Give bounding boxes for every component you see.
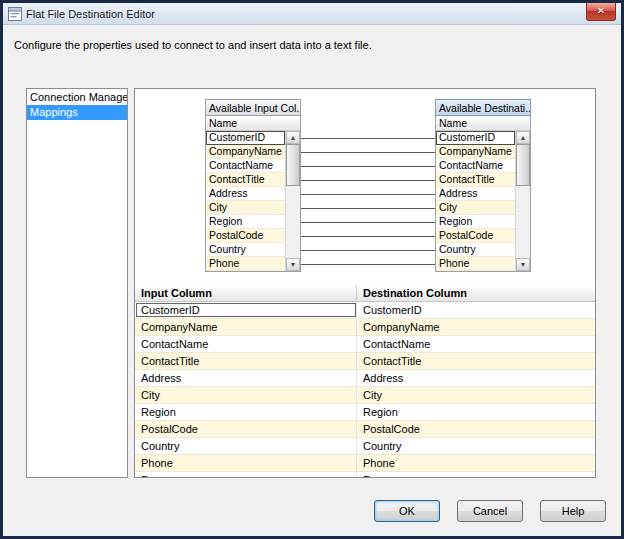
mapping-grid: Input Column Destination Column Customer… <box>135 285 595 477</box>
column-item[interactable]: ContactTitle <box>206 173 285 187</box>
scroll-up-icon[interactable]: ▲ <box>286 131 300 144</box>
input-box-name-header: Name <box>206 116 300 131</box>
grid-row: RegionRegion <box>135 404 595 421</box>
title-bar[interactable]: Flat File Destination Editor ✕ <box>3 3 621 25</box>
mapping-connector-line[interactable] <box>301 180 435 181</box>
column-item[interactable]: CustomerID <box>436 131 515 145</box>
mapping-connector-line[interactable] <box>301 250 435 251</box>
close-button[interactable]: ✕ <box>586 3 616 21</box>
mapping-connector-line[interactable] <box>301 194 435 195</box>
nav-item-connection-manager[interactable]: Connection Manager <box>27 90 127 105</box>
input-box-body: Name CustomerIDCompanyNameContactNameCon… <box>205 116 301 272</box>
column-item[interactable]: Address <box>436 187 515 201</box>
cancel-button[interactable]: Cancel <box>457 500 523 522</box>
scrollbar-thumb[interactable] <box>286 144 300 186</box>
column-item[interactable]: ContactTitle <box>436 173 515 187</box>
available-destination-columns-box[interactable]: Available Destinati... Name CustomerIDCo… <box>435 99 531 272</box>
grid-row: CityCity <box>135 387 595 404</box>
destination-box-title: Available Destinati... <box>435 99 531 116</box>
ok-button[interactable]: OK <box>374 500 440 522</box>
mapping-connector-line[interactable] <box>301 208 435 209</box>
column-item[interactable]: Phone <box>436 257 515 271</box>
grid-header-destination-column: Destination Column <box>357 285 595 302</box>
grid-cell-input-column[interactable]: CompanyName <box>135 319 357 335</box>
mapping-connector-line[interactable] <box>301 138 435 139</box>
mapping-canvas: Available Input Col... Name CustomerIDCo… <box>135 89 595 285</box>
dialog-description: Configure the properties used to connect… <box>14 39 372 51</box>
column-item[interactable]: CustomerID <box>206 131 285 145</box>
grid-row: FaxFax <box>135 472 595 477</box>
scroll-down-icon[interactable]: ▼ <box>516 258 530 271</box>
available-input-columns-box[interactable]: Available Input Col... Name CustomerIDCo… <box>205 99 301 272</box>
grid-cell-destination-column[interactable]: Fax <box>357 472 595 477</box>
grid-cell-destination-column[interactable]: ContactTitle <box>357 353 595 369</box>
destination-box-body: Name CustomerIDCompanyNameContactNameCon… <box>435 116 531 272</box>
column-item[interactable]: PostalCode <box>206 229 285 243</box>
input-box-title: Available Input Col... <box>205 99 301 116</box>
grid-cell-input-column[interactable]: Phone <box>135 455 357 471</box>
grid-cell-input-column[interactable]: ContactName <box>135 336 357 352</box>
grid-cell-destination-column[interactable]: ContactName <box>357 336 595 352</box>
column-item[interactable]: Country <box>206 243 285 257</box>
grid-cell-input-column[interactable]: PostalCode <box>135 421 357 437</box>
grid-row: PostalCodePostalCode <box>135 421 595 438</box>
column-item[interactable]: ContactName <box>206 159 285 173</box>
scroll-down-icon[interactable]: ▼ <box>286 258 300 271</box>
mapping-connector-line[interactable] <box>301 236 435 237</box>
grid-header-input-column: Input Column <box>135 285 357 302</box>
grid-cell-input-column[interactable]: City <box>135 387 357 403</box>
grid-cell-destination-column[interactable]: PostalCode <box>357 421 595 437</box>
input-box-scrollbar[interactable]: ▲ ▼ <box>285 131 300 271</box>
grid-cell-destination-column[interactable]: City <box>357 387 595 403</box>
column-item[interactable]: CompanyName <box>206 145 285 159</box>
destination-box-scrollbar[interactable]: ▲ ▼ <box>515 131 530 271</box>
grid-header-row: Input Column Destination Column <box>135 285 595 302</box>
grid-cell-input-column[interactable]: CustomerID <box>135 302 357 318</box>
grid-cell-input-column[interactable]: Fax <box>135 472 357 477</box>
grid-row: CompanyNameCompanyName <box>135 319 595 336</box>
grid-cell-input-column[interactable]: Country <box>135 438 357 454</box>
grid-cell-destination-column[interactable]: Country <box>357 438 595 454</box>
column-item[interactable]: Region <box>436 215 515 229</box>
grid-cell-destination-column[interactable]: CustomerID <box>357 302 595 318</box>
nav-item-mappings[interactable]: Mappings <box>27 105 127 120</box>
grid-cell-input-column[interactable]: Address <box>135 370 357 386</box>
close-icon: ✕ <box>597 5 605 16</box>
grid-row: AddressAddress <box>135 370 595 387</box>
grid-body: CustomerIDCustomerIDCompanyNameCompanyNa… <box>135 302 595 477</box>
grid-cell-destination-column[interactable]: CompanyName <box>357 319 595 335</box>
column-item[interactable]: PostalCode <box>436 229 515 243</box>
input-columns-list: CustomerIDCompanyNameContactNameContactT… <box>206 131 285 271</box>
scrollbar-thumb[interactable] <box>516 144 530 186</box>
grid-cell-destination-column[interactable]: Address <box>357 370 595 386</box>
column-item[interactable]: Phone <box>206 257 285 271</box>
grid-cell-input-column[interactable]: ContactTitle <box>135 353 357 369</box>
mapping-connector-line[interactable] <box>301 166 435 167</box>
grid-cell-input-column[interactable]: Region <box>135 404 357 420</box>
grid-row: ContactTitleContactTitle <box>135 353 595 370</box>
grid-row: CountryCountry <box>135 438 595 455</box>
grid-row: ContactNameContactName <box>135 336 595 353</box>
destination-columns-list: CustomerIDCompanyNameContactNameContactT… <box>436 131 515 271</box>
nav-list[interactable]: Connection ManagerMappings <box>26 88 128 478</box>
column-item[interactable]: CompanyName <box>436 145 515 159</box>
window-title: Flat File Destination Editor <box>26 8 155 20</box>
column-item[interactable]: City <box>436 201 515 215</box>
column-item[interactable]: ContactName <box>436 159 515 173</box>
grid-cell-destination-column[interactable]: Region <box>357 404 595 420</box>
flat-file-destination-editor-dialog: Flat File Destination Editor ✕ Configure… <box>0 0 624 539</box>
column-item[interactable]: City <box>206 201 285 215</box>
mapping-connector-line[interactable] <box>301 222 435 223</box>
destination-box-name-header: Name <box>436 116 530 131</box>
column-item[interactable]: Address <box>206 187 285 201</box>
scroll-up-icon[interactable]: ▲ <box>516 131 530 144</box>
mapping-connector-line[interactable] <box>301 264 435 265</box>
column-item[interactable]: Region <box>206 215 285 229</box>
window-icon <box>8 7 22 21</box>
help-button[interactable]: Help <box>540 500 606 522</box>
mappings-panel: Available Input Col... Name CustomerIDCo… <box>134 88 596 478</box>
column-item[interactable]: Country <box>436 243 515 257</box>
mapping-connector-line[interactable] <box>301 152 435 153</box>
grid-cell-destination-column[interactable]: Phone <box>357 455 595 471</box>
grid-row: CustomerIDCustomerID <box>135 302 595 319</box>
